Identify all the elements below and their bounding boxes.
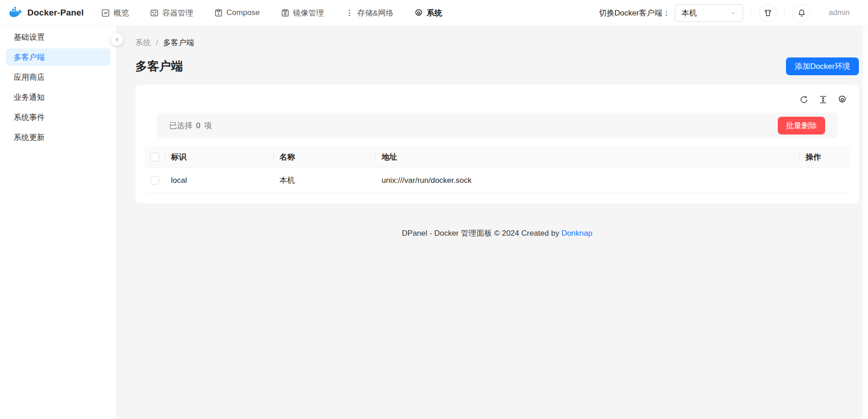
notifications-button[interactable] bbox=[793, 4, 811, 22]
sidebar-item-label: 应用商店 bbox=[14, 72, 45, 83]
nav-item-overview[interactable]: 概览 bbox=[101, 8, 129, 18]
theme-skin-button[interactable] bbox=[759, 4, 777, 22]
container-icon bbox=[150, 9, 159, 17]
compose-icon bbox=[214, 9, 223, 17]
selection-suffix: 项 bbox=[204, 121, 212, 130]
footer-text: DPanel - Docker 管理面板 © 2024 Created by bbox=[402, 229, 562, 238]
client-select[interactable]: 本机 bbox=[675, 4, 743, 22]
table-header-row: 标识 名称 地址 操作 bbox=[145, 147, 850, 168]
breadcrumb: 系统 / 多客户端 bbox=[135, 37, 859, 48]
column-header-name: 名称 bbox=[274, 147, 376, 168]
breadcrumb-current: 多客户端 bbox=[163, 37, 194, 48]
column-header-id: 标识 bbox=[165, 147, 274, 168]
bell-icon bbox=[797, 9, 806, 17]
clients-table-card: 已选择0项 批量删除 标识 名称 地址 操作 bbox=[135, 85, 859, 203]
refresh-icon[interactable] bbox=[799, 95, 809, 104]
batch-delete-button[interactable]: 批量删除 bbox=[778, 117, 825, 134]
brand[interactable]: Docker-Panel bbox=[9, 6, 84, 20]
sidebar-item-label: 基础设置 bbox=[14, 32, 45, 42]
sidebar-item-system-events[interactable]: 系统事件 bbox=[6, 109, 110, 126]
chart-icon bbox=[101, 9, 110, 17]
navbar-right: 切换Docker客户端： 本机 admin bbox=[599, 4, 856, 22]
gear-icon bbox=[414, 9, 423, 17]
username[interactable]: admin bbox=[829, 8, 850, 17]
breadcrumb-parent[interactable]: 系统 bbox=[135, 37, 151, 48]
sidebar: 基础设置 多客户端 应用商店 业务通知 系统事件 系统更新 bbox=[0, 26, 117, 419]
sidebar-item-system-update[interactable]: 系统更新 bbox=[6, 129, 110, 146]
density-icon[interactable] bbox=[818, 95, 828, 104]
sidebar-item-label: 系统事件 bbox=[14, 112, 45, 123]
sidebar-item-app-store[interactable]: 应用商店 bbox=[6, 68, 110, 86]
nav-item-containers[interactable]: 容器管理 bbox=[150, 8, 193, 18]
row-select-cell bbox=[145, 168, 165, 193]
sidebar-item-business-notify[interactable]: 业务通知 bbox=[6, 88, 110, 106]
nav-item-label: 系统 bbox=[427, 8, 442, 18]
column-header-action: 操作 bbox=[800, 147, 850, 168]
row-name-cell: 本机 bbox=[274, 168, 376, 193]
page-header: 多客户端 添加Docker环境 bbox=[135, 57, 859, 75]
row-address-cell: unix:///var/run/docker.sock bbox=[376, 168, 800, 193]
client-switch-label: 切换Docker客户端： bbox=[599, 8, 670, 18]
chevron-left-icon bbox=[114, 37, 120, 42]
row-checkbox[interactable] bbox=[150, 176, 159, 185]
skin-icon bbox=[764, 9, 772, 17]
selection-alert-bar: 已选择0项 批量删除 bbox=[157, 113, 837, 138]
top-navbar: Docker-Panel 概览 容器管理 Compose 镜像管理 bbox=[0, 0, 868, 26]
page-title: 多客户端 bbox=[135, 58, 183, 74]
nav-item-system[interactable]: 系统 bbox=[414, 8, 442, 18]
row-id-cell: local bbox=[165, 168, 274, 193]
selection-count: 0 bbox=[196, 121, 200, 130]
row-action-cell bbox=[800, 168, 850, 193]
select-all-header bbox=[145, 147, 165, 168]
selection-prefix: 已选择 bbox=[169, 121, 192, 130]
nav-item-label: 存储&网络 bbox=[357, 8, 393, 18]
sidebar-item-basic-settings[interactable]: 基础设置 bbox=[6, 28, 110, 46]
sidebar-item-label: 业务通知 bbox=[14, 92, 45, 103]
main-content: 系统 / 多客户端 多客户端 添加Docker环境 已选择0项 批量删除 bbox=[117, 26, 868, 419]
docker-whale-icon bbox=[9, 6, 23, 20]
client-select-value: 本机 bbox=[682, 8, 697, 18]
nav-item-storage-network[interactable]: 存储&网络 bbox=[345, 8, 393, 18]
scrollbar-track[interactable] bbox=[863, 26, 868, 419]
add-docker-env-button[interactable]: 添加Docker环境 bbox=[786, 57, 859, 75]
page-footer: DPanel - Docker 管理面板 © 2024 Created by D… bbox=[135, 228, 859, 238]
brand-title: Docker-Panel bbox=[27, 8, 84, 18]
nav-item-label: 概览 bbox=[114, 8, 129, 18]
table-toolbar bbox=[145, 90, 850, 111]
selection-text: 已选择0项 bbox=[169, 120, 212, 131]
sidebar-item-label: 多客户端 bbox=[14, 52, 45, 62]
footer-link[interactable]: Donknap bbox=[561, 229, 592, 238]
image-icon bbox=[281, 9, 289, 17]
table-row: local 本机 unix:///var/run/docker.sock bbox=[145, 168, 850, 193]
sidebar-item-label: 系统更新 bbox=[14, 132, 45, 143]
nav-item-label: 容器管理 bbox=[162, 8, 193, 18]
storage-icon bbox=[345, 9, 354, 17]
nav-item-label: 镜像管理 bbox=[293, 8, 324, 18]
clients-table: 标识 名称 地址 操作 local 本机 unix:///var/run/doc… bbox=[145, 147, 850, 193]
chevron-down-icon bbox=[730, 10, 736, 16]
sidebar-item-multi-client[interactable]: 多客户端 bbox=[6, 48, 110, 66]
divider bbox=[785, 9, 785, 17]
nav-item-images[interactable]: 镜像管理 bbox=[281, 8, 324, 18]
sidebar-collapse-button[interactable] bbox=[111, 33, 123, 46]
divider bbox=[751, 9, 751, 17]
nav-item-label: Compose bbox=[227, 8, 260, 17]
breadcrumb-separator: / bbox=[156, 38, 158, 47]
nav-item-compose[interactable]: Compose bbox=[214, 8, 260, 18]
column-settings-icon[interactable] bbox=[837, 95, 847, 104]
column-header-address: 地址 bbox=[376, 147, 800, 168]
top-navigation: 概览 容器管理 Compose 镜像管理 存储&网络 bbox=[101, 8, 442, 18]
select-all-checkbox[interactable] bbox=[150, 153, 159, 161]
